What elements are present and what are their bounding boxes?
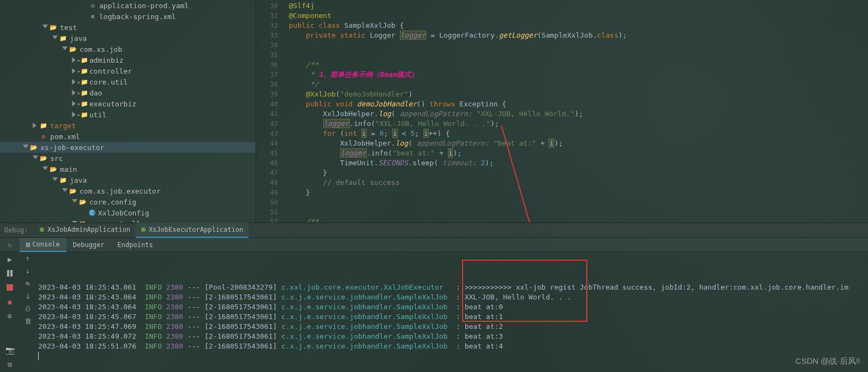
tree-item[interactable]: ▸📁util: [0, 109, 256, 120]
settings-icon[interactable]: ⚙: [8, 360, 12, 369]
chevron-down-icon[interactable]: [62, 46, 68, 52]
chevron-down-icon[interactable]: [52, 177, 58, 183]
code-line[interactable]: /**: [289, 60, 868, 70]
tree-item[interactable]: ≡logback-spring.xml: [0, 11, 256, 22]
line-number[interactable]: 36: [256, 60, 278, 70]
log-line[interactable]: 2023-04-03 18:25:43.064 INFO 2380 --- [2…: [38, 292, 868, 302]
tree-item[interactable]: ⚙application-prod.yaml: [0, 0, 256, 11]
code-line[interactable]: logger.info("beat at:" + i);: [289, 148, 868, 158]
tree-item[interactable]: 📁java: [0, 33, 256, 44]
code-line[interactable]: public void demoJobHandler() throws Exce…: [289, 99, 868, 109]
view-breakpoints-icon[interactable]: ●: [5, 297, 15, 307]
code-line[interactable]: TimeUnit.SECONDS.sleep( timeout: 2);: [289, 158, 868, 168]
tree-item[interactable]: 📂xs-job-executor: [0, 142, 256, 153]
log-line[interactable]: 2023-04-03 18:25:51.076 INFO 2380 --- [2…: [38, 341, 868, 351]
line-number[interactable]: 30: [256, 1, 278, 11]
line-number[interactable]: 33: [256, 31, 278, 40]
tree-item[interactable]: ▸📁adminbiz: [0, 55, 256, 65]
up-icon[interactable]: ↑: [26, 254, 30, 262]
tree-item[interactable]: 📂main: [0, 164, 256, 175]
code-line[interactable]: /**: [289, 217, 868, 223]
chevron-right-icon[interactable]: [33, 123, 38, 128]
tree-item[interactable]: CXxlJobConfig: [0, 207, 256, 218]
editor-code[interactable]: @Slf4j@Componentpublic class SampleXxlJo…: [283, 0, 868, 223]
tree-item[interactable]: 📂com.xs.job: [0, 44, 256, 55]
chevron-down-icon[interactable]: [43, 166, 48, 172]
line-number[interactable]: 47: [256, 168, 278, 178]
line-number[interactable]: 39: [256, 89, 278, 99]
debug-config-tab[interactable]: XsJobExecutorApplication: [136, 223, 248, 238]
tree-item[interactable]: 📂test: [0, 22, 256, 33]
code-line[interactable]: @XxlJob("demoJobHandler"): [289, 89, 868, 99]
line-number[interactable]: 40: [256, 99, 278, 109]
log-line[interactable]: 2023-04-03 18:25:43.061 INFO 2380 --- [P…: [38, 283, 868, 292]
line-number[interactable]: 38: [256, 80, 278, 89]
code-line[interactable]: [289, 40, 868, 50]
code-line[interactable]: [289, 207, 868, 217]
scroll-end-icon[interactable]: ⤓: [25, 292, 31, 300]
tool-tab-endpoints[interactable]: Endpoints: [111, 238, 160, 252]
line-number[interactable]: 37: [256, 70, 278, 80]
tree-item[interactable]: ▸📁dao: [0, 87, 256, 98]
code-line[interactable]: XxlJobHelper.log( appendLogPattern: "XXL…: [289, 109, 868, 119]
line-number[interactable]: 44: [256, 139, 278, 148]
tree-item[interactable]: 📂mvc.controller: [0, 218, 256, 223]
log-line[interactable]: 2023-04-03 18:25:43.064 INFO 2380 --- [2…: [38, 302, 868, 312]
line-number[interactable]: 49: [256, 188, 278, 197]
tree-item[interactable]: 📂src: [0, 153, 256, 164]
project-tree[interactable]: ⚙application-prod.yaml≡logback-spring.xm…: [0, 0, 256, 223]
chevron-right-icon[interactable]: [72, 112, 77, 117]
code-line[interactable]: private static Logger logger = LoggerFac…: [289, 31, 868, 40]
code-line[interactable]: public class SampleXxlJob {: [289, 21, 868, 31]
chevron-right-icon[interactable]: [72, 79, 77, 85]
debug-config-tab[interactable]: XsJobAdminApplication: [34, 223, 136, 238]
tree-item[interactable]: 📂com.xs.job.executor: [0, 185, 256, 196]
line-number[interactable]: 48: [256, 178, 278, 188]
code-line[interactable]: // default success: [289, 178, 868, 188]
line-number[interactable]: 51: [256, 207, 278, 217]
line-number[interactable]: 46: [256, 158, 278, 168]
log-line[interactable]: 2023-04-03 18:25:47.069 INFO 2380 --- [2…: [38, 322, 868, 332]
code-line[interactable]: [289, 50, 868, 60]
chevron-down-icon[interactable]: [52, 35, 58, 41]
chevron-right-icon[interactable]: [72, 68, 77, 74]
soft-wrap-icon[interactable]: ⇆: [26, 279, 30, 287]
line-number[interactable]: 43: [256, 129, 278, 139]
line-number[interactable]: 31: [256, 11, 278, 21]
console-caret[interactable]: [38, 351, 868, 361]
log-line[interactable]: 2023-04-03 18:25:45.067 INFO 2380 --- [2…: [38, 312, 868, 322]
code-line[interactable]: logger.info("XXL-JOB, Hello World. . .")…: [289, 119, 868, 129]
tree-item[interactable]: 📂core.config: [0, 196, 256, 207]
chevron-down-icon[interactable]: [33, 155, 38, 161]
tree-item[interactable]: 📁target: [0, 120, 256, 131]
code-line[interactable]: }: [289, 168, 868, 178]
camera-icon[interactable]: 📷: [5, 346, 15, 355]
clear-icon[interactable]: 🗑: [25, 317, 32, 325]
stop-icon[interactable]: [5, 283, 15, 292]
chevron-down-icon[interactable]: [62, 188, 68, 194]
pause-icon[interactable]: [5, 268, 15, 278]
chevron-down-icon[interactable]: [72, 199, 77, 205]
code-line[interactable]: for (int i = 0; i < 5; i++) {: [289, 129, 868, 139]
line-number[interactable]: 42: [256, 119, 278, 129]
resume-icon[interactable]: ▶: [5, 254, 15, 264]
line-number[interactable]: 32: [256, 21, 278, 31]
chevron-right-icon[interactable]: [72, 57, 77, 63]
tool-tab-debugger[interactable]: Debugger: [66, 238, 111, 252]
chevron-down-icon[interactable]: [23, 145, 28, 150]
code-line[interactable]: @Slf4j: [289, 1, 868, 11]
chevron-right-icon[interactable]: [72, 90, 77, 95]
code-line[interactable]: }: [289, 188, 868, 197]
tree-item[interactable]: ▸📁controller: [0, 65, 256, 76]
code-line[interactable]: XxlJobHelper.log( appendLogPattern: "bea…: [289, 139, 868, 148]
tree-item[interactable]: mpom.xml: [0, 131, 256, 142]
line-number[interactable]: 35: [256, 50, 278, 60]
line-number[interactable]: 41: [256, 109, 278, 119]
print-icon[interactable]: ⎙: [26, 304, 30, 313]
tree-item[interactable]: ▸📁executorbiz: [0, 98, 256, 109]
tree-item[interactable]: ▸📁core.util: [0, 76, 256, 87]
log-line[interactable]: 2023-04-03 18:25:49.072 INFO 2380 --- [2…: [38, 332, 868, 341]
tree-item[interactable]: 📁java: [0, 175, 256, 185]
code-line[interactable]: * 1、简单任务示例（Bean模式）: [289, 70, 868, 80]
rerun-icon[interactable]: ↻: [8, 241, 11, 249]
